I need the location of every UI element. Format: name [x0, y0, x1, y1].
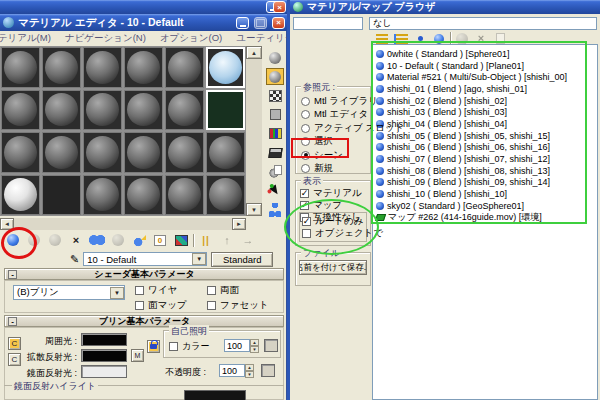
root-only-checkbox[interactable] — [302, 217, 311, 226]
blinn-basic-parameters-rollout[interactable]: - ブリン基本パラメータ — [4, 315, 284, 327]
radio-scene[interactable]: シーン — [301, 149, 404, 161]
self-illum-spinner[interactable]: 100 ▲▼ — [224, 339, 259, 352]
two-sided-checkbox[interactable] — [207, 286, 216, 295]
opacity-spinner[interactable]: 100 ▲▼ — [219, 364, 254, 377]
spinner-up-icon[interactable]: ▲ — [245, 364, 254, 371]
sample-slot-gray[interactable] — [42, 47, 81, 88]
self-illum-value[interactable]: 100 — [224, 339, 250, 352]
spinner-down-icon[interactable]: ▼ — [250, 346, 259, 353]
diffuse-color-swatch[interactable] — [81, 349, 127, 362]
checkbox-maps[interactable]: マップ — [300, 199, 362, 211]
maps-checkbox[interactable] — [300, 201, 309, 210]
list-item[interactable]: 0white ( Standard ) [Sphere01] — [376, 48, 597, 60]
backlight-button[interactable] — [266, 68, 284, 85]
background-close-button[interactable]: × — [273, 1, 286, 13]
wire-checkbox[interactable] — [135, 286, 144, 295]
list-item[interactable]: shishi_02 ( Blend ) [shishi_02] — [376, 95, 597, 107]
select-by-material-button[interactable] — [266, 182, 284, 199]
opacity-value[interactable]: 100 — [219, 364, 245, 377]
material-type-button[interactable]: Standard — [211, 252, 273, 267]
ambient-color-swatch[interactable] — [81, 333, 127, 346]
list-item[interactable]: shishi_08 ( Blend ) [shishi_08, shishi_1… — [376, 165, 597, 177]
opacity-swatch[interactable] — [261, 364, 275, 377]
minimize-button[interactable] — [236, 17, 249, 29]
video-color-check-button[interactable] — [266, 125, 284, 142]
scroll-left-button[interactable]: ◄ — [0, 218, 14, 230]
list-item[interactable]: shishi_10 ( Blend ) [shishi_10] — [376, 188, 597, 200]
sample-slot-gray[interactable] — [124, 47, 163, 88]
list-item[interactable]: sky02 ( Standard ) [GeoSphere01] — [376, 200, 597, 212]
list-item[interactable]: shishi_05 ( Blend ) [shishi_05, shishi_1… — [376, 130, 597, 142]
spinner-up-icon[interactable]: ▲ — [250, 339, 259, 346]
shader-type-dropdown[interactable]: (B)ブリン ▼ — [13, 285, 125, 300]
sample-type-button[interactable] — [266, 49, 284, 66]
material-editor-options-button[interactable] — [266, 163, 284, 180]
materials-checkbox[interactable] — [300, 189, 309, 198]
close-button[interactable]: × — [272, 17, 285, 29]
mtl-library-radio[interactable] — [301, 97, 310, 106]
background-button[interactable] — [266, 87, 284, 104]
collapse-icon[interactable]: - — [8, 317, 17, 326]
list-item[interactable]: 10 - Default ( Standard ) [Plane01] — [376, 60, 597, 72]
list-item[interactable]: shishi_09 ( Blend ) [shishi_09, shishi_1… — [376, 177, 597, 189]
sample-slot-gray[interactable] — [124, 132, 163, 173]
maximize-button[interactable] — [254, 17, 267, 29]
sample-slot-gray[interactable] — [165, 132, 204, 173]
scroll-down-button[interactable]: ▼ — [246, 203, 262, 216]
scroll-up-button[interactable]: ▲ — [246, 46, 262, 59]
radio-mtl-library[interactable]: Mtl ライブラリ — [301, 95, 404, 107]
sample-slot-greenflat[interactable] — [206, 90, 245, 131]
sample-slot-gray[interactable] — [83, 175, 122, 216]
list-item[interactable]: shishi_03 ( Blend ) [shishi_03] — [376, 106, 597, 118]
sample-slot-gray[interactable] — [165, 90, 204, 131]
list-item[interactable]: shishi_06 ( Blend ) [shishi_06, shishi_1… — [376, 142, 597, 154]
selected-radio[interactable] — [301, 137, 310, 146]
material-map-list[interactable]: 0white ( Standard ) [Sphere01]10 - Defau… — [372, 44, 598, 400]
sample-slot-gray[interactable] — [165, 47, 204, 88]
pick-material-from-object-icon[interactable]: ✎ — [70, 253, 79, 266]
browser-titlebar[interactable]: マテリアル/マップ ブラウザ — [290, 0, 600, 14]
chevron-down-icon[interactable]: ▼ — [110, 287, 124, 299]
reset-map-button[interactable]: × — [67, 233, 85, 248]
sample-slot-gray[interactable] — [206, 132, 245, 173]
sample-uv-tiling-button[interactable] — [266, 106, 284, 123]
scroll-right-button[interactable]: ► — [232, 218, 246, 230]
make-preview-button[interactable] — [266, 144, 284, 161]
sample-slot-sky[interactable] — [206, 47, 245, 88]
list-item[interactable]: shishi_04 ( Blend ) [shishi_04] — [376, 118, 597, 130]
sample-slot-white[interactable] — [1, 175, 40, 216]
sample-slot-gray[interactable] — [83, 47, 122, 88]
make-material-copy-button[interactable] — [88, 233, 106, 248]
save-as-button[interactable]: 名前を付けて保存... — [299, 260, 367, 275]
material-name-dropdown[interactable]: 10 - Default ▼ — [83, 252, 207, 266]
sample-slot-gray[interactable] — [206, 175, 245, 216]
checkbox-by-object[interactable]: オブジェクトで — [302, 227, 366, 239]
show-end-result-button[interactable]: || — [197, 233, 215, 248]
self-illum-swatch[interactable] — [264, 339, 278, 352]
spinner-down-icon[interactable]: ▼ — [245, 371, 254, 378]
sample-slot-gray[interactable] — [83, 90, 122, 131]
sample-slot-gray[interactable] — [124, 175, 163, 216]
material-map-navigator-button[interactable] — [266, 201, 284, 218]
checkbox-two-sided[interactable]: 両面 — [207, 284, 283, 296]
list-item[interactable]: Material #521 ( Multi/Sub-Object ) [shis… — [376, 71, 597, 83]
radio-mtl-editor[interactable]: Mtl エディタ — [301, 109, 404, 121]
sample-slot-gray[interactable] — [42, 132, 81, 173]
new-radio[interactable] — [301, 164, 310, 173]
browser-name-input[interactable] — [293, 17, 363, 30]
sample-slot-gray[interactable] — [42, 90, 81, 131]
by-object-checkbox[interactable] — [302, 229, 311, 238]
checkbox-face-map[interactable]: 面マップ — [135, 299, 207, 311]
sample-slot-empty[interactable] — [42, 175, 81, 216]
sample-slot-gray[interactable] — [124, 90, 163, 131]
checkbox-root-only[interactable]: ルートのみ — [302, 215, 366, 227]
chevron-down-icon[interactable]: ▼ — [192, 253, 206, 265]
list-item[interactable]: マップ #262 (414-16guide.mov) [環境] — [376, 212, 597, 224]
slot-vertical-scrollbar[interactable]: ▲ ▼ — [246, 46, 262, 216]
material-id-channel-button[interactable]: 0 — [151, 233, 169, 248]
checkbox-faceted[interactable]: ファセット — [207, 299, 283, 311]
ambient-diffuse-map-lock-button[interactable] — [147, 340, 160, 353]
menu-navigation[interactable]: ナビゲーション(N) — [65, 32, 146, 45]
sample-slot-gray[interactable] — [83, 132, 122, 173]
diffuse-map-button[interactable]: M — [131, 349, 144, 362]
